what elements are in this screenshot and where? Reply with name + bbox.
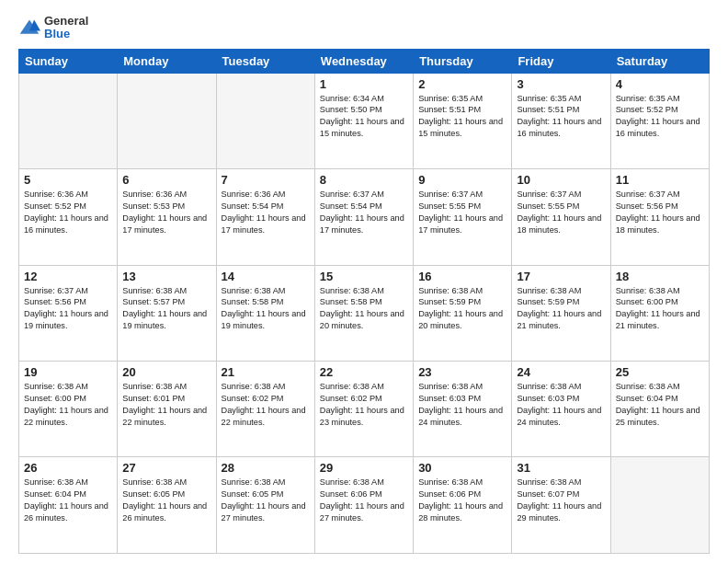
weekday-header-sunday: Sunday xyxy=(19,49,118,73)
daylight-label: Daylight: 11 hours and 20 minutes. xyxy=(418,309,503,330)
calendar-cell: 14 Sunrise: 6:38 AM Sunset: 5:58 PM Dayl… xyxy=(216,265,314,361)
sunrise-label: Sunrise: 6:38 AM xyxy=(418,286,483,295)
sunset-label: Sunset: 5:59 PM xyxy=(517,297,579,306)
day-number: 19 xyxy=(24,365,112,379)
day-number: 10 xyxy=(517,173,605,187)
calendar-cell: 11 Sunrise: 6:37 AM Sunset: 5:56 PM Dayl… xyxy=(610,169,709,265)
day-info: Sunrise: 6:36 AM Sunset: 5:52 PM Dayligh… xyxy=(24,189,112,236)
day-number: 15 xyxy=(320,270,408,283)
sunset-label: Sunset: 5:50 PM xyxy=(320,105,382,114)
sunset-label: Sunset: 5:51 PM xyxy=(418,105,481,114)
day-number: 8 xyxy=(320,173,408,187)
sunset-label: Sunset: 6:03 PM xyxy=(517,394,579,403)
day-info: Sunrise: 6:38 AM Sunset: 6:06 PM Dayligh… xyxy=(418,477,506,524)
calendar-cell: 15 Sunrise: 6:38 AM Sunset: 5:58 PM Dayl… xyxy=(314,265,413,361)
day-number: 13 xyxy=(122,270,210,283)
sunset-label: Sunset: 5:58 PM xyxy=(222,297,284,306)
day-info: Sunrise: 6:37 AM Sunset: 5:56 PM Dayligh… xyxy=(24,285,112,333)
daylight-label: Daylight: 11 hours and 21 minutes. xyxy=(517,309,601,330)
daylight-label: Daylight: 11 hours and 15 minutes. xyxy=(320,117,404,138)
daylight-label: Daylight: 11 hours and 26 minutes. xyxy=(24,501,108,523)
day-info: Sunrise: 6:38 AM Sunset: 6:04 PM Dayligh… xyxy=(24,477,112,524)
day-number: 7 xyxy=(222,173,310,187)
calendar-cell: 16 Sunrise: 6:38 AM Sunset: 5:59 PM Dayl… xyxy=(414,265,512,361)
day-number: 21 xyxy=(222,365,310,379)
day-info: Sunrise: 6:38 AM Sunset: 6:00 PM Dayligh… xyxy=(24,381,112,429)
calendar-cell: 7 Sunrise: 6:36 AM Sunset: 5:54 PM Dayli… xyxy=(216,169,314,265)
sunset-label: Sunset: 6:06 PM xyxy=(320,489,382,499)
page: General Blue SundayMondayTuesdayWednesda… xyxy=(0,0,728,563)
calendar-cell: 26 Sunrise: 6:38 AM Sunset: 6:04 PM Dayl… xyxy=(19,457,118,554)
header: General Blue xyxy=(18,15,710,41)
daylight-label: Daylight: 11 hours and 19 minutes. xyxy=(122,309,207,330)
day-info: Sunrise: 6:38 AM Sunset: 6:02 PM Dayligh… xyxy=(320,381,408,429)
sunset-label: Sunset: 6:04 PM xyxy=(616,394,678,403)
calendar-cell: 18 Sunrise: 6:38 AM Sunset: 6:00 PM Dayl… xyxy=(610,265,709,361)
week-row-4: 19 Sunrise: 6:38 AM Sunset: 6:00 PM Dayl… xyxy=(19,362,710,457)
day-info: Sunrise: 6:38 AM Sunset: 6:03 PM Dayligh… xyxy=(517,381,605,429)
calendar-cell xyxy=(118,73,216,168)
sunrise-label: Sunrise: 6:36 AM xyxy=(122,190,187,199)
day-info: Sunrise: 6:38 AM Sunset: 5:58 PM Dayligh… xyxy=(222,285,310,333)
sunrise-label: Sunrise: 6:38 AM xyxy=(122,477,187,487)
sunrise-label: Sunrise: 6:37 AM xyxy=(418,190,483,199)
day-info: Sunrise: 6:35 AM Sunset: 5:51 PM Dayligh… xyxy=(517,93,605,141)
sunset-label: Sunset: 5:56 PM xyxy=(24,297,86,306)
day-number: 28 xyxy=(222,461,310,475)
daylight-label: Daylight: 11 hours and 24 minutes. xyxy=(517,406,601,427)
day-info: Sunrise: 6:37 AM Sunset: 5:55 PM Dayligh… xyxy=(418,189,506,236)
day-info: Sunrise: 6:38 AM Sunset: 6:07 PM Dayligh… xyxy=(517,477,605,524)
day-info: Sunrise: 6:38 AM Sunset: 6:02 PM Dayligh… xyxy=(222,381,310,429)
sunset-label: Sunset: 6:00 PM xyxy=(24,394,86,403)
sunset-label: Sunset: 6:01 PM xyxy=(122,394,185,403)
calendar-cell: 28 Sunrise: 6:38 AM Sunset: 6:05 PM Dayl… xyxy=(216,457,314,554)
day-info: Sunrise: 6:36 AM Sunset: 5:54 PM Dayligh… xyxy=(222,189,310,236)
daylight-label: Daylight: 11 hours and 26 minutes. xyxy=(122,501,207,523)
daylight-label: Daylight: 11 hours and 18 minutes. xyxy=(616,213,700,235)
daylight-label: Daylight: 11 hours and 16 minutes. xyxy=(517,117,601,138)
day-number: 5 xyxy=(24,173,112,187)
calendar-cell: 21 Sunrise: 6:38 AM Sunset: 6:02 PM Dayl… xyxy=(216,362,314,457)
calendar-cell: 12 Sunrise: 6:37 AM Sunset: 5:56 PM Dayl… xyxy=(19,265,118,361)
daylight-label: Daylight: 11 hours and 17 minutes. xyxy=(122,213,207,235)
day-info: Sunrise: 6:38 AM Sunset: 6:06 PM Dayligh… xyxy=(320,477,408,524)
sunrise-label: Sunrise: 6:38 AM xyxy=(616,286,680,295)
sunset-label: Sunset: 5:53 PM xyxy=(122,201,185,211)
weekday-header-thursday: Thursday xyxy=(414,49,512,73)
sunrise-label: Sunrise: 6:38 AM xyxy=(122,382,187,391)
day-number: 16 xyxy=(418,270,506,283)
day-info: Sunrise: 6:36 AM Sunset: 5:53 PM Dayligh… xyxy=(122,189,210,236)
day-number: 1 xyxy=(320,77,408,91)
weekday-header-row: SundayMondayTuesdayWednesdayThursdayFrid… xyxy=(19,49,710,73)
daylight-label: Daylight: 11 hours and 19 minutes. xyxy=(24,309,108,330)
sunrise-label: Sunrise: 6:38 AM xyxy=(320,477,384,487)
day-info: Sunrise: 6:38 AM Sunset: 6:04 PM Dayligh… xyxy=(616,381,704,429)
sunrise-label: Sunrise: 6:38 AM xyxy=(418,382,483,391)
calendar-cell: 24 Sunrise: 6:38 AM Sunset: 6:03 PM Dayl… xyxy=(512,362,610,457)
daylight-label: Daylight: 11 hours and 20 minutes. xyxy=(320,309,404,330)
sunrise-label: Sunrise: 6:36 AM xyxy=(24,190,88,199)
weekday-header-tuesday: Tuesday xyxy=(216,49,314,73)
sunset-label: Sunset: 5:51 PM xyxy=(517,105,579,114)
sunset-label: Sunset: 5:57 PM xyxy=(122,297,185,306)
sunset-label: Sunset: 6:06 PM xyxy=(418,489,481,499)
sunrise-label: Sunrise: 6:37 AM xyxy=(24,286,88,295)
sunset-label: Sunset: 6:00 PM xyxy=(616,297,678,306)
logo-icon xyxy=(18,17,40,39)
sunrise-label: Sunrise: 6:37 AM xyxy=(517,190,581,199)
calendar-cell: 6 Sunrise: 6:36 AM Sunset: 5:53 PM Dayli… xyxy=(118,169,216,265)
calendar-cell xyxy=(610,457,709,554)
sunset-label: Sunset: 5:55 PM xyxy=(517,201,579,211)
calendar-cell: 22 Sunrise: 6:38 AM Sunset: 6:02 PM Dayl… xyxy=(314,362,413,457)
day-info: Sunrise: 6:37 AM Sunset: 5:54 PM Dayligh… xyxy=(320,189,408,236)
day-info: Sunrise: 6:35 AM Sunset: 5:52 PM Dayligh… xyxy=(616,93,704,141)
daylight-label: Daylight: 11 hours and 22 minutes. xyxy=(222,406,306,427)
calendar-cell: 4 Sunrise: 6:35 AM Sunset: 5:52 PM Dayli… xyxy=(610,73,709,168)
calendar-cell: 25 Sunrise: 6:38 AM Sunset: 6:04 PM Dayl… xyxy=(610,362,709,457)
day-number: 11 xyxy=(616,173,704,187)
daylight-label: Daylight: 11 hours and 21 minutes. xyxy=(616,309,700,330)
day-number: 18 xyxy=(616,270,704,283)
daylight-label: Daylight: 11 hours and 25 minutes. xyxy=(616,406,700,427)
day-info: Sunrise: 6:38 AM Sunset: 5:57 PM Dayligh… xyxy=(122,285,210,333)
calendar-cell: 10 Sunrise: 6:37 AM Sunset: 5:55 PM Dayl… xyxy=(512,169,610,265)
